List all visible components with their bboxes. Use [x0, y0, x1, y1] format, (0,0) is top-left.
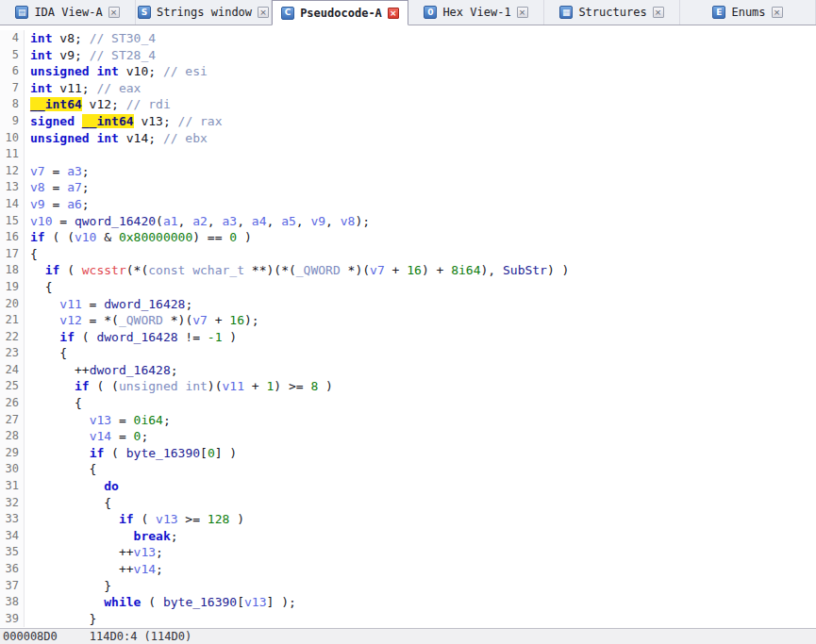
- code-token: ),: [481, 263, 503, 277]
- tab-pseudocode-a[interactable]: CPseudocode-A×: [272, 0, 408, 25]
- code-line: 33 if ( v13 >= 128 ): [0, 511, 816, 528]
- tab-enums[interactable]: EEnums×: [680, 0, 816, 25]
- code-line: 24 ++dword_16428;: [0, 362, 816, 379]
- code-token: a6: [67, 197, 82, 211]
- tab-bar: ▤IDA View-A×SStrings window×CPseudocode-…: [0, 0, 816, 25]
- code-token: ( (: [90, 379, 119, 393]
- code-token: 16: [407, 263, 422, 277]
- tab-ida-view-a[interactable]: ▤IDA View-A×: [0, 0, 136, 25]
- line-number: 25: [0, 378, 25, 395]
- code-token: [30, 330, 59, 344]
- code-token: __int64: [82, 114, 134, 128]
- line-number: 5: [0, 47, 25, 64]
- code-token: [30, 446, 90, 460]
- code-text: break;: [25, 528, 178, 545]
- code-token: 0x80000000: [119, 230, 192, 244]
- tab-close-button[interactable]: ×: [258, 7, 269, 18]
- status-position: 114D0:4 (114D0): [90, 630, 192, 643]
- ida-window: ▤IDA View-A×SStrings window×CPseudocode-…: [0, 0, 816, 644]
- code-token: ): [237, 230, 252, 244]
- code-token: v7: [370, 263, 385, 277]
- tab-close-button[interactable]: ×: [108, 7, 120, 18]
- code-text: int v8; // ST30_4: [25, 30, 156, 47]
- tab-close-button[interactable]: ×: [388, 8, 399, 19]
- code-token: [30, 479, 104, 493]
- code-token: {: [30, 247, 38, 261]
- line-number: 19: [0, 279, 25, 296]
- code-token: {: [30, 496, 111, 510]
- code-token: ( (: [45, 230, 75, 244]
- line-number: 33: [0, 511, 25, 528]
- code-line: 5int v9; // ST28_4: [0, 47, 816, 64]
- tab-close-button[interactable]: ×: [517, 7, 528, 18]
- code-line: 32 {: [0, 495, 816, 512]
- line-number: 11: [0, 146, 25, 163]
- tab-label: Enums: [731, 6, 765, 19]
- tab-close-button[interactable]: ×: [772, 7, 783, 18]
- code-token: unsigned int: [119, 379, 208, 393]
- line-number: 18: [0, 262, 25, 279]
- code-token: v14: [90, 429, 111, 443]
- code-line: 9signed __int64 v13; // rax: [0, 113, 816, 130]
- code-line: 37 }: [0, 578, 816, 595]
- code-text: v11 = dword_16428;: [25, 296, 192, 313]
- tab-label: Pseudocode-A: [300, 7, 382, 20]
- code-line: 8__int64 v12; // rdi: [0, 96, 816, 113]
- code-text: unsigned int v10; // esi: [25, 63, 208, 80]
- code-token: 0i64: [134, 413, 163, 427]
- code-line: 12v7 = a3;: [0, 163, 816, 180]
- code-text: {: [25, 345, 67, 362]
- code-text: while ( byte_16390[v13] );: [25, 594, 296, 611]
- line-number: 21: [0, 312, 25, 329]
- code-token: (: [104, 446, 125, 460]
- tab-strings-window[interactable]: SStrings window×: [136, 0, 272, 25]
- line-number: 17: [0, 246, 25, 263]
- code-token: v13: [134, 545, 156, 559]
- code-token: [30, 413, 90, 427]
- code-token: +: [385, 263, 407, 277]
- code-line: 34 break;: [0, 528, 816, 545]
- line-number: 36: [0, 561, 25, 578]
- code-text: int v9; // ST28_4: [25, 47, 156, 64]
- code-token: [75, 114, 82, 128]
- code-line: 28 v14 = 0;: [0, 428, 816, 445]
- code-line: 25 if ( (unsigned int)(v11 + 1) >= 8 ): [0, 378, 816, 395]
- code-token: 8i64: [451, 263, 480, 277]
- code-token: int: [30, 31, 52, 45]
- tab-structures[interactable]: ▦Structures×: [544, 0, 680, 25]
- code-token: a1: [163, 214, 178, 228]
- code-text: v10 = qword_16420(a1, a2, a3, a4, a5, v9…: [25, 213, 370, 230]
- code-token: _QWORD: [296, 263, 341, 277]
- code-token: -1: [208, 330, 223, 344]
- code-token: ) +: [422, 263, 451, 277]
- line-number: 9: [0, 113, 25, 130]
- code-token: [30, 595, 104, 609]
- code-token: v9: [310, 214, 325, 228]
- code-token: v12: [59, 313, 81, 327]
- tab-hex-view-1[interactable]: 0Hex View-1×: [408, 0, 544, 25]
- line-number: 24: [0, 362, 25, 379]
- pseudocode-view[interactable]: 4int v8; // ST30_45int v9; // ST28_46uns…: [0, 25, 816, 628]
- code-token: // ST28_4: [90, 48, 156, 62]
- code-token: v10: [75, 230, 96, 244]
- line-number: 39: [0, 611, 25, 628]
- code-line: 14v9 = a6;: [0, 196, 816, 213]
- line-number: 8: [0, 96, 25, 113]
- code-token: =: [45, 180, 67, 194]
- code-token: ++: [30, 363, 90, 377]
- code-token: if: [59, 330, 75, 344]
- code-token: int: [30, 48, 52, 62]
- code-token: v10: [30, 214, 52, 228]
- code-token: if: [75, 379, 90, 393]
- code-token: +: [208, 313, 229, 327]
- code-token: v11: [59, 297, 81, 311]
- code-text: {: [25, 395, 82, 412]
- tab-close-button[interactable]: ×: [653, 7, 664, 18]
- line-number: 22: [0, 329, 25, 346]
- code-token: unsigned int: [30, 131, 119, 145]
- code-text: }: [25, 611, 96, 628]
- code-line: 39 }: [0, 611, 816, 628]
- code-token: ;: [171, 529, 178, 543]
- tab-label: Structures: [578, 6, 646, 19]
- code-token: v8: [341, 214, 356, 228]
